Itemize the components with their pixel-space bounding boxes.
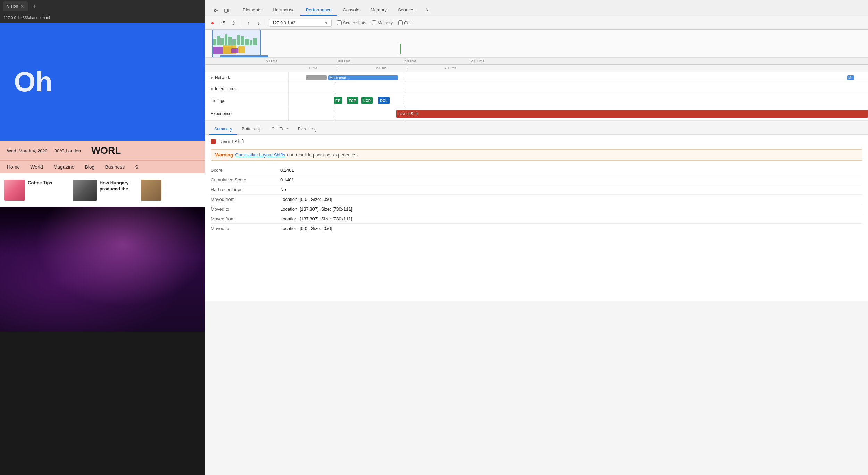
screenshots-label: Screenshots [343, 20, 366, 25]
hero-section: Oh [0, 23, 205, 141]
download-btn[interactable]: ↓ [254, 18, 263, 27]
ruler-1000ms: 1000 ms [337, 59, 350, 63]
svg-rect-1 [227, 10, 229, 12]
moved-to-2-row: Moved to Location: [0,0], Size: [0x0] [211, 224, 862, 233]
nav-s[interactable]: S [135, 164, 138, 170]
devtools-toolbar: ● ↺ ⊘ ↑ ↓ 127.0.0.1 #2 ▼ Screenshots Mem… [205, 16, 868, 30]
new-tab-btn[interactable]: + [33, 3, 36, 10]
card2-image [73, 180, 97, 201]
warning-text: can result in poor user experiences. [287, 152, 359, 158]
score-row: Score 0.1401 [211, 166, 862, 175]
target-dropdown-icon: ▼ [324, 20, 328, 25]
cumulative-score-row: Cumulative Score 0.1401 [211, 175, 862, 185]
nav-blog[interactable]: Blog [85, 164, 94, 170]
interactions-dashed-1 [334, 83, 334, 94]
bottom-tab-bar: Summary Bottom-Up Call Tree Event Log [205, 121, 868, 135]
tab-bottom-up[interactable]: Bottom-Up [237, 124, 266, 135]
interactions-dashed-2 [403, 83, 403, 94]
timing-fp[interactable]: FP [334, 97, 342, 104]
coverage-checkbox-group: Cov [398, 20, 411, 25]
network-item-m[interactable]: M [847, 75, 854, 80]
memory-checkbox-group: Memory [372, 20, 393, 25]
track-network-content: Montserrat... M [289, 72, 868, 83]
card3-image [141, 180, 161, 201]
refresh-btn[interactable]: ↺ [218, 18, 227, 27]
tab-memory[interactable]: Memory [365, 5, 392, 16]
dashed-line-1 [337, 65, 337, 72]
clear-btn[interactable]: ⊘ [229, 18, 238, 27]
news-title: WORL [91, 145, 121, 156]
news-header: Wed, March 4, 2020 30°C,London WORL [0, 141, 205, 161]
track-timings: Timings FP FCP LCP DCL [205, 94, 868, 107]
tab-lighthouse[interactable]: Lighthouse [267, 5, 300, 16]
device-icon[interactable] [222, 6, 232, 16]
interactions-label-text: Interactions [215, 86, 236, 91]
moved-from-1-row: Moved from Location: [0,0], Size: [0x0] [211, 195, 862, 204]
nav-world[interactable]: World [30, 164, 43, 170]
screenshots-checkbox-group: Screenshots [337, 20, 366, 25]
coverage-checkbox[interactable] [398, 20, 403, 25]
upload-btn[interactable]: ↑ [244, 18, 253, 27]
timing-dcl[interactable]: DCL [378, 97, 390, 104]
tab-performance[interactable]: Performance [300, 5, 337, 16]
timeline-overview[interactable]: 500 ms 1000 ms 1500 ms 2000 ms [205, 30, 868, 65]
browser-tab[interactable]: Vision ✕ [3, 1, 28, 11]
tab-close-btn[interactable]: ✕ [20, 3, 24, 9]
nav-home[interactable]: Home [7, 164, 20, 170]
bottom-content: Layout Shift Warning Cumulative Layout S… [205, 135, 868, 301]
moved-from-2-label: Moved from [211, 216, 280, 221]
track-experience-label: Experience [205, 107, 289, 120]
track-interactions-label[interactable]: ▶ Interactions [205, 83, 289, 94]
cursor-icon[interactable] [211, 6, 220, 16]
news-card-2: How Hungary produced the [68, 177, 137, 203]
moved-to-2-value: Location: [0,0], Size: [0x0] [280, 226, 332, 231]
track-experience-content: Layout Shift [289, 107, 868, 120]
card1-image [4, 180, 25, 201]
ruler-200ms: 200 ms [445, 66, 456, 70]
webpage-content: Oh Wed, March 4, 2020 30°C,London WORL H… [0, 23, 205, 475]
nav-business[interactable]: Business [105, 164, 125, 170]
memory-checkbox[interactable] [372, 20, 376, 25]
record-btn[interactable]: ● [208, 18, 217, 27]
concert-image [0, 207, 205, 332]
track-dashed-1 [334, 72, 334, 83]
nav-magazine[interactable]: Magazine [53, 164, 75, 170]
news-cards: Coffee Tips How Hungary produced the [0, 173, 205, 207]
layout-shift-data-table: Score 0.1401 Cumulative Score 0.1401 Had… [211, 166, 862, 233]
tab-call-tree[interactable]: Call Tree [267, 124, 293, 135]
timeline-details: 100 ms 150 ms 200 ms ▶ Network Montserra… [205, 65, 868, 475]
warning-banner: Warning Cumulative Layout Shifts can res… [211, 149, 862, 161]
card1-title: Coffee Tips [28, 180, 52, 186]
toolbar-divider-2 [266, 19, 266, 26]
nav-bar: Home World Magazine Blog Business S [0, 161, 205, 173]
network-item-montserrat[interactable]: Montserrat... [328, 75, 398, 80]
target-selector[interactable]: 127.0.0.1 #2 ▼ [269, 19, 332, 27]
tab-event-log[interactable]: Event Log [293, 124, 322, 135]
green-marker [400, 44, 401, 54]
layout-shift-bar[interactable]: Layout Shift [396, 110, 868, 118]
interactions-chevron-icon: ▶ [211, 87, 214, 91]
track-network-label[interactable]: ▶ Network [205, 72, 289, 83]
network-label-text: Network [215, 75, 230, 80]
timing-lcp[interactable]: LCP [361, 97, 373, 104]
news-date: Wed, March 4, 2020 [7, 148, 48, 153]
cumulative-score-value: 0.1401 [280, 177, 294, 183]
tab-summary[interactable]: Summary [209, 124, 237, 135]
bottom-panel: Summary Bottom-Up Call Tree Event Log La… [205, 121, 868, 301]
tab-network[interactable]: N [420, 5, 434, 16]
timeline-ruler-detail: 100 ms 150 ms 200 ms [205, 65, 868, 72]
devtools-tab-bar: Elements Lighthouse Performance Console … [205, 0, 868, 16]
timing-fcp[interactable]: FCP [347, 97, 358, 104]
tab-console[interactable]: Console [337, 5, 365, 16]
timeline-ruler-overview: 500 ms 1000 ms 1500 ms 2000 ms [205, 57, 868, 64]
news-card-3 [136, 177, 205, 203]
tab-elements[interactable]: Elements [237, 5, 267, 16]
news-card-1: Coffee Tips [0, 177, 68, 203]
screenshots-checkbox[interactable] [337, 20, 342, 25]
recent-input-value: No [280, 187, 286, 192]
moved-from-1-value: Location: [0,0], Size: [0x0] [280, 197, 332, 202]
news-temp: 30°C,London [55, 148, 81, 153]
tab-sources[interactable]: Sources [392, 5, 420, 16]
devtools-icons [208, 6, 234, 16]
warning-link[interactable]: Cumulative Layout Shifts [235, 152, 285, 158]
